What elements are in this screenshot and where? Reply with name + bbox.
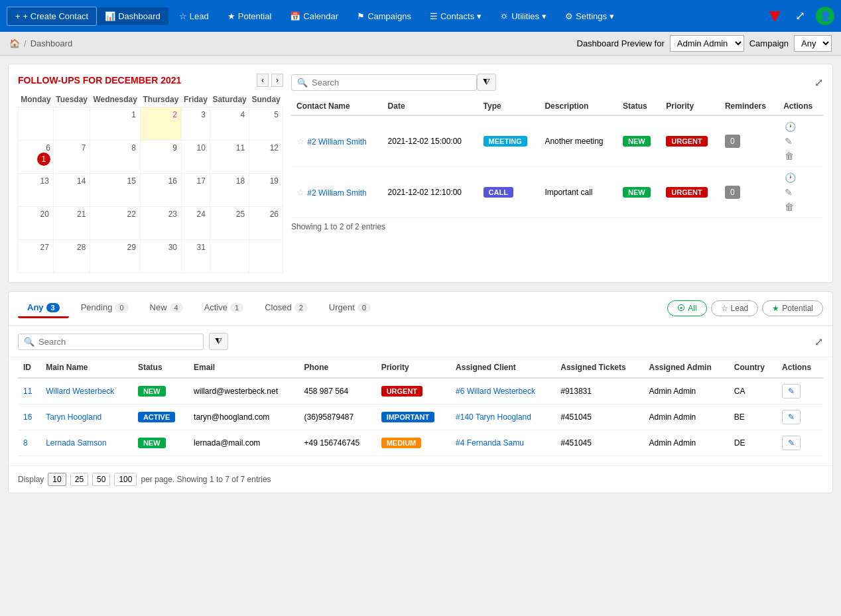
nav-item-contacts[interactable]: ☰ Contacts ▾ — [422, 7, 489, 25]
cal-cell[interactable] — [19, 107, 54, 141]
home-icon[interactable]: 🏠 — [9, 38, 20, 48]
cal-cell[interactable]: 3 — [182, 107, 210, 141]
page-size-100[interactable]: 100 — [114, 473, 137, 486]
page-size-50[interactable]: 50 — [92, 473, 110, 486]
clock-icon[interactable]: 🕐 — [785, 121, 816, 132]
cal-cell[interactable]: 29 — [90, 240, 141, 273]
cal-cell[interactable]: 22 — [90, 207, 141, 240]
nav-item-calendar[interactable]: 📅 Calendar — [282, 7, 346, 25]
star-icon[interactable]: ☆ — [296, 136, 305, 147]
cal-cell[interactable]: 21 — [53, 207, 90, 240]
client-link[interactable]: #6 Willard Westerbeck — [456, 387, 535, 396]
status-cell: NEW — [133, 430, 188, 456]
cal-cell[interactable]: 19 — [249, 174, 283, 207]
cal-cell[interactable]: 14 — [53, 174, 90, 207]
admin-select[interactable]: Admin Admin — [670, 35, 744, 52]
user-avatar[interactable]: 👤 — [816, 7, 834, 25]
lead-type-button[interactable]: ☆ Lead — [711, 300, 759, 316]
cal-cell[interactable]: 12 — [249, 141, 283, 174]
calendar-next-button[interactable]: › — [271, 74, 283, 87]
cal-cell[interactable] — [53, 107, 90, 141]
cal-cell[interactable]: 61 — [19, 141, 54, 174]
tab-new[interactable]: New 4 — [141, 298, 192, 318]
clock-icon[interactable]: 🕐 — [785, 172, 816, 183]
nav-item-utilities[interactable]: ⛭ Utilities ▾ — [492, 7, 554, 25]
cal-cell[interactable]: 11 — [210, 141, 249, 174]
followups-search-input[interactable] — [312, 78, 471, 88]
tab-any[interactable]: Any 3 — [18, 298, 69, 318]
cal-cell[interactable]: 15 — [90, 174, 141, 207]
all-type-button[interactable]: ⦿ All — [667, 300, 706, 316]
reminders-cell: 0 — [720, 167, 778, 218]
calendar-prev-button[interactable]: ‹ — [257, 74, 269, 87]
followups-header: 🔍 ⧨ ⤢ — [291, 74, 823, 91]
cal-cell[interactable]: 9 — [140, 141, 181, 174]
tab-urgent[interactable]: Urgent 0 — [320, 298, 380, 318]
tab-active[interactable]: Active 1 — [195, 298, 253, 318]
edit-icon[interactable]: ✎ — [785, 187, 816, 198]
cal-cell[interactable]: 28 — [53, 240, 90, 273]
cal-cell[interactable]: 26 — [249, 207, 283, 240]
cal-cell[interactable]: 18 — [210, 174, 249, 207]
client-link[interactable]: #4 Fernanda Samu — [456, 438, 524, 448]
delete-icon[interactable]: 🗑 — [785, 151, 816, 161]
cal-cell[interactable]: 25 — [210, 207, 249, 240]
edit-icon[interactable]: ✎ — [785, 136, 816, 147]
cal-cell[interactable]: 24 — [182, 207, 210, 240]
fullscreen-icon[interactable]: ⤢ — [789, 5, 810, 27]
nav-item-settings[interactable]: ⚙ Settings ▾ — [557, 7, 622, 25]
cal-cell[interactable]: 5 — [249, 107, 283, 141]
reminder-button[interactable]: 0 — [725, 186, 740, 199]
row-edit-button[interactable]: ✎ — [782, 436, 801, 450]
cal-cell[interactable]: 20 — [19, 207, 54, 240]
campaign-select[interactable]: Any — [794, 35, 832, 52]
cal-cell[interactable]: 30 — [140, 240, 181, 273]
star-icon[interactable]: ☆ — [296, 187, 305, 198]
cal-cell[interactable]: 13 — [19, 174, 54, 207]
page-size-10[interactable]: 10 — [48, 473, 66, 486]
page-size-25[interactable]: 25 — [70, 473, 88, 486]
cal-cell[interactable]: 31 — [182, 240, 210, 273]
delete-icon[interactable]: 🗑 — [785, 202, 816, 212]
cal-cell[interactable]: 16 — [140, 174, 181, 207]
reminder-button[interactable]: 0 — [725, 135, 740, 148]
cal-cell[interactable]: 17 — [182, 174, 210, 207]
cal-cell[interactable]: 1 — [90, 107, 141, 141]
tab-pending[interactable]: Pending 0 — [72, 298, 138, 318]
followups-filter-button[interactable]: ⧨ — [477, 74, 496, 91]
cal-cell[interactable]: 4 — [210, 107, 249, 141]
display-label: Display — [18, 475, 44, 484]
bottom-search-input[interactable] — [38, 337, 198, 347]
row-edit-button[interactable]: ✎ — [782, 384, 801, 399]
row-actions-cell: ✎ — [777, 404, 823, 430]
nav-item-dashboard[interactable]: 📊 Dashboard — [97, 7, 168, 25]
contact-link[interactable]: Lernada Samson — [46, 438, 106, 448]
cal-cell[interactable] — [249, 240, 283, 273]
contact-link[interactable]: Willard Westerbeck — [46, 387, 114, 396]
contact-link[interactable]: #2 William Smith — [307, 188, 366, 198]
tab-new-label: New — [150, 302, 167, 312]
cal-cell[interactable]: 10 — [182, 141, 210, 174]
cal-cell-highlighted[interactable]: 2 — [140, 107, 181, 141]
cal-cell[interactable]: 27 — [19, 240, 54, 273]
tab-closed[interactable]: Closed 2 — [255, 298, 317, 318]
preview-bar: Dashboard Preview for Admin Admin Campai… — [577, 35, 832, 52]
potential-type-button[interactable]: ★ Potential — [762, 300, 823, 316]
cal-cell[interactable]: 8 — [90, 141, 141, 174]
bottom-filter-button[interactable]: ⧨ — [209, 333, 228, 350]
nav-item-potential[interactable]: ★ Potential — [220, 7, 280, 25]
client-link[interactable]: #140 Taryn Hoogland — [456, 412, 531, 422]
col-id: ID — [18, 357, 40, 378]
row-edit-button[interactable]: ✎ — [782, 410, 801, 424]
nav-item-campaigns[interactable]: ⚑ Campaigns — [349, 7, 419, 25]
nav-item-lead[interactable]: ☆ Lead — [171, 7, 217, 25]
followups-fullscreen-button[interactable]: ⤢ — [814, 76, 823, 89]
contact-link[interactable]: Taryn Hoogland — [46, 412, 101, 422]
contact-link[interactable]: #2 William Smith — [307, 137, 366, 147]
cal-cell[interactable]: 23 — [140, 207, 181, 240]
cal-cell[interactable] — [210, 240, 249, 273]
create-contact-button[interactable]: + + Create Contact — [7, 7, 97, 26]
country-cell: BE — [729, 404, 777, 430]
bottom-fullscreen-button[interactable]: ⤢ — [814, 336, 823, 348]
cal-cell[interactable]: 7 — [53, 141, 90, 174]
